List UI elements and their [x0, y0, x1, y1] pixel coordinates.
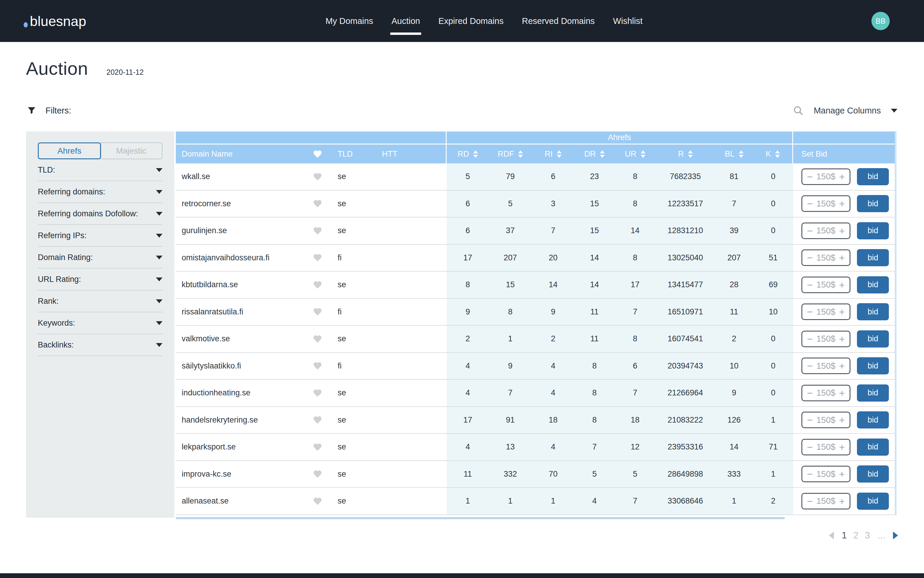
col-header-rd[interactable]: RD	[447, 144, 489, 163]
bid-amount-stepper[interactable]: −150$+	[801, 169, 851, 185]
decrease-bid-button[interactable]: −	[807, 469, 813, 479]
bid-button[interactable]: bid	[857, 357, 889, 374]
bid-amount-stepper[interactable]: −150$+	[801, 277, 851, 293]
favorite-heart-icon[interactable]	[309, 245, 326, 271]
bid-button[interactable]: bid	[857, 222, 889, 239]
bid-amount-stepper[interactable]: −150$+	[801, 195, 851, 212]
increase-bid-button[interactable]: +	[839, 361, 845, 371]
filter-dropdown-referring-domains-dofollow[interactable]: Referring domains Dofollow:	[38, 203, 162, 225]
bid-amount-stepper[interactable]: −150$+	[801, 304, 851, 320]
favorite-heart-icon[interactable]	[309, 488, 326, 515]
col-header-k[interactable]: K	[753, 144, 793, 163]
favorite-heart-icon[interactable]	[309, 163, 326, 190]
next-page-arrow-icon[interactable]	[893, 532, 898, 539]
bid-button[interactable]: bid	[857, 493, 889, 510]
decrease-bid-button[interactable]: −	[807, 198, 813, 209]
sort-arrows-icon[interactable]	[600, 150, 605, 158]
sort-arrows-icon[interactable]	[739, 150, 744, 158]
increase-bid-button[interactable]: +	[839, 496, 845, 506]
filter-dropdown-url-rating[interactable]: URL Rating:	[38, 269, 162, 291]
filter-dropdown-rank[interactable]: Rank:	[38, 291, 162, 312]
nav-item-reserved-domains[interactable]: Reserved Domains	[521, 14, 595, 28]
sort-arrows-icon[interactable]	[688, 150, 693, 158]
col-header-ri[interactable]: RI	[532, 144, 575, 163]
decrease-bid-button[interactable]: −	[807, 415, 813, 425]
manage-columns-button[interactable]: Manage Columns	[814, 106, 881, 115]
filter-dropdown-keywords[interactable]: Keywords:	[38, 312, 162, 334]
col-header-bl[interactable]: BL	[715, 144, 753, 163]
tab-majestic[interactable]: Majestic	[100, 143, 162, 159]
favorite-heart-icon[interactable]	[309, 407, 326, 434]
increase-bid-button[interactable]: +	[839, 280, 845, 290]
bid-amount-stepper[interactable]: −150$+	[801, 385, 851, 401]
bid-button[interactable]: bid	[857, 330, 889, 347]
filter-dropdown-referring-domains[interactable]: Referring domains:	[38, 181, 162, 203]
bid-amount-stepper[interactable]: −150$+	[801, 466, 851, 482]
bid-amount-stepper[interactable]: −150$+	[801, 331, 851, 347]
sort-arrows-icon[interactable]	[775, 150, 780, 158]
nav-item-wishlist[interactable]: Wishlist	[612, 14, 643, 28]
decrease-bid-button[interactable]: −	[807, 280, 813, 290]
bid-button[interactable]: bid	[857, 438, 889, 456]
decrease-bid-button[interactable]: −	[807, 253, 813, 263]
decrease-bid-button[interactable]: −	[807, 226, 813, 236]
page-number-2[interactable]: 2	[853, 530, 858, 541]
bid-button[interactable]: bid	[857, 385, 889, 402]
search-icon[interactable]	[793, 105, 804, 116]
increase-bid-button[interactable]: +	[839, 198, 845, 209]
favorite-heart-icon[interactable]	[309, 191, 326, 217]
increase-bid-button[interactable]: +	[839, 307, 845, 317]
increase-bid-button[interactable]: +	[839, 334, 845, 344]
decrease-bid-button[interactable]: −	[807, 496, 813, 506]
page-number-3[interactable]: 3	[865, 530, 870, 541]
col-header-ur[interactable]: UR	[614, 144, 656, 163]
bid-button[interactable]: bid	[857, 411, 889, 429]
col-header-rdf[interactable]: RDF	[489, 144, 532, 163]
bid-button[interactable]: bid	[857, 303, 889, 320]
favorite-heart-icon[interactable]	[309, 299, 326, 325]
bid-button[interactable]: bid	[857, 249, 889, 266]
increase-bid-button[interactable]: +	[839, 415, 845, 425]
previous-page-arrow-icon[interactable]	[829, 532, 834, 539]
filter-dropdown-referring-ips[interactable]: Referring IPs:	[38, 225, 162, 247]
avatar[interactable]: BB	[871, 12, 890, 30]
bid-amount-stepper[interactable]: −150$+	[801, 357, 851, 374]
favorite-heart-icon[interactable]	[309, 353, 326, 380]
sort-arrows-icon[interactable]	[641, 150, 645, 158]
sort-arrows-icon[interactable]	[518, 150, 523, 158]
nav-item-auction[interactable]: Auction	[391, 14, 421, 28]
filter-dropdown-domain-rating[interactable]: Domain Rating:	[38, 247, 162, 269]
filter-dropdown-tld[interactable]: TLD:	[38, 159, 162, 181]
chevron-down-icon[interactable]	[891, 109, 897, 113]
bid-amount-stepper[interactable]: −150$+	[801, 439, 851, 455]
decrease-bid-button[interactable]: −	[807, 442, 813, 452]
bid-button[interactable]: bid	[857, 195, 889, 212]
bid-amount-stepper[interactable]: −150$+	[801, 493, 851, 510]
col-header-dr[interactable]: DR	[575, 144, 614, 163]
bid-amount-stepper[interactable]: −150$+	[801, 412, 851, 428]
decrease-bid-button[interactable]: −	[807, 172, 813, 182]
increase-bid-button[interactable]: +	[839, 253, 845, 263]
vertical-scrollbar[interactable]	[895, 132, 896, 515]
increase-bid-button[interactable]: +	[839, 226, 845, 236]
favorite-heart-icon[interactable]	[309, 218, 326, 244]
bid-button[interactable]: bid	[857, 168, 889, 185]
favorite-heart-icon[interactable]	[309, 380, 326, 406]
bluesnap-logo[interactable]: bluesnap	[24, 0, 86, 42]
increase-bid-button[interactable]: +	[839, 442, 845, 452]
decrease-bid-button[interactable]: −	[807, 307, 813, 317]
filter-dropdown-backlinks[interactable]: Backlinks:	[38, 334, 162, 356]
favorite-heart-icon[interactable]	[309, 271, 326, 298]
increase-bid-button[interactable]: +	[839, 469, 845, 479]
sort-arrows-icon[interactable]	[557, 150, 562, 158]
decrease-bid-button[interactable]: −	[807, 361, 813, 371]
page-number-1[interactable]: 1	[841, 530, 846, 541]
favorite-heart-icon[interactable]	[309, 434, 326, 460]
decrease-bid-button[interactable]: −	[807, 388, 813, 398]
sort-arrows-icon[interactable]	[473, 150, 478, 158]
favorite-heart-icon[interactable]	[309, 461, 326, 487]
decrease-bid-button[interactable]: −	[807, 334, 813, 344]
col-header-r[interactable]: R	[656, 144, 715, 163]
bid-amount-stepper[interactable]: −150$+	[801, 249, 851, 266]
nav-item-expired-domains[interactable]: Expired Domains	[438, 14, 504, 28]
